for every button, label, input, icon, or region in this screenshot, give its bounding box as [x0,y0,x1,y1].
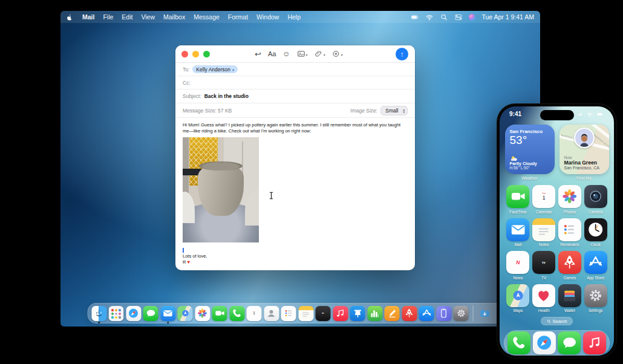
apple-menu-icon[interactable] [67,13,74,21]
emoji-button[interactable]: ☺ [282,50,290,58]
insert-photo-button[interactable]: ▾ [332,50,343,58]
phone-icon [507,331,530,354]
iphone-app-settings[interactable]: Settings [582,284,608,313]
safari-icon [533,331,556,354]
menu-format[interactable]: Format [228,13,248,21]
iphone-app-tv[interactable]: tvTV [531,251,557,280]
dock-calendar[interactable]: Tue1 [247,306,262,321]
iphone-app-clock[interactable]: Clock [582,218,608,247]
iphone-app-appstore[interactable]: App Store [582,251,608,280]
dock-notes[interactable] [298,306,313,321]
iphone-dock-music[interactable] [583,331,606,354]
reminders-icon [281,306,296,321]
iphone-app-reminders[interactable]: Reminders [557,218,583,247]
iphone-dock-phone[interactable] [507,331,530,354]
dock-contacts[interactable] [264,306,279,321]
menu-message[interactable]: Message [194,13,220,21]
dock-music[interactable] [333,306,348,321]
dock-phone[interactable] [229,306,244,321]
iphone-app-maps[interactable]: Maps [505,284,531,313]
dock-pages[interactable] [385,306,400,321]
subject-field[interactable]: Subject: Back in the studio [175,89,415,103]
photo-browser-button[interactable]: ▾ [297,50,308,58]
siri-icon[interactable] [469,14,475,21]
app-label: Games [563,276,576,280]
dock-safari[interactable] [126,306,141,321]
menu-edit[interactable]: Edit [122,13,132,21]
dock-maps[interactable] [178,306,193,321]
iphone-app-camera[interactable]: Camera [582,185,608,214]
iphone-app-news[interactable]: NNews [505,251,531,280]
zoom-button[interactable] [203,51,210,57]
iphone-dock-safari[interactable] [533,331,556,354]
control-center-icon[interactable] [454,13,463,21]
dock-reminders[interactable] [281,306,296,321]
send-button[interactable]: ↑ [396,48,408,60]
iphone-dock-messages[interactable] [558,331,581,354]
undo-button[interactable]: ↩ [255,50,261,59]
dock-iphone-mirroring[interactable] [436,306,451,321]
safari-icon [126,306,141,321]
iphone-app-health[interactable]: Health [531,284,557,313]
image-size-select[interactable]: Small ▴▾ [380,106,408,115]
iphone-widgets-row: San Francisco 53° Partly Cloudy H:56° L:… [500,119,614,180]
battery-icon[interactable] [411,13,419,21]
iphone-app-games[interactable]: Games [557,251,583,280]
iphone-app-calendar[interactable]: Tue1Calendar [531,185,557,214]
iphone-app-mail[interactable]: Mail [505,218,531,247]
menu-file[interactable]: File [103,13,113,21]
iphone-app-photos[interactable]: Photos [557,185,583,214]
format-button[interactable]: Aa [268,50,276,57]
dock-appstore[interactable] [419,306,434,321]
dock-tv[interactable]: tv [316,306,331,321]
wifi-icon[interactable] [425,13,434,21]
cc-field[interactable]: Cc: [175,76,415,89]
menu-mailbox[interactable]: Mailbox [163,13,185,21]
dock-numbers[interactable] [367,306,382,321]
dock-messages[interactable] [143,306,158,321]
weather-widget[interactable]: San Francisco 53° Partly Cloudy H:56° L:… [505,125,555,174]
dock-mail[interactable] [160,306,175,321]
phone-icon [229,306,244,321]
search-icon[interactable] [440,13,448,21]
search-icon [547,319,551,323]
dock-downloads[interactable] [477,306,492,321]
iphone-app-notes[interactable]: Notes [531,218,557,247]
menubar-clock[interactable]: Tue Apr 1 9:41 AM [481,13,534,21]
findmy-widget[interactable]: MARINA GREEN DR MARINA BLVD Now Marina G… [559,125,609,174]
app-label: Maps [513,308,523,313]
dock-launchpad[interactable] [109,306,124,321]
traffic-lights [181,51,210,57]
clock-icon [584,218,607,241]
iphone-app-wallet[interactable]: Wallet [557,284,583,313]
numbers-icon [367,306,382,321]
message-body[interactable]: Hi Mom! Guess what? I picked up pottery … [175,118,415,270]
menubar-menus: MailFileEditViewMailboxMessageFormatWind… [67,13,301,21]
menu-view[interactable]: View [141,13,155,21]
dock-settings[interactable] [454,306,469,321]
attach-button[interactable]: ▾ [315,50,325,58]
pottery-photo-attachment[interactable] [183,137,259,242]
screenshot: MailFileEditViewMailboxMessageFormatWind… [0,0,623,364]
widget-label-findmy: Find My [576,176,592,180]
menu-window[interactable]: Window [256,13,279,21]
body-signature: R ♥ [183,259,408,266]
dock-games[interactable] [402,306,417,321]
to-field[interactable]: To: Kelly Anderson ▾ [175,63,415,76]
menu-help[interactable]: Help [287,13,301,21]
minimize-button[interactable] [192,51,199,57]
dock-finder[interactable] [91,306,106,321]
dock-photos[interactable] [195,306,210,321]
iphone-app-facetime[interactable]: FaceTime [505,185,531,214]
recipient-pill[interactable]: Kelly Anderson ▾ [192,65,238,73]
wifi-icon [585,111,594,117]
body-closing: Lots of love, [183,253,408,259]
close-button[interactable] [181,51,188,57]
app-label: News [513,276,523,280]
notes-icon [532,218,555,241]
heart-icon: ♥ [188,259,191,265]
menu-mail[interactable]: Mail [82,13,94,21]
dock-facetime[interactable] [212,306,227,321]
iphone-search-pill[interactable]: Search [541,317,573,325]
dock-keynote[interactable] [350,306,365,321]
